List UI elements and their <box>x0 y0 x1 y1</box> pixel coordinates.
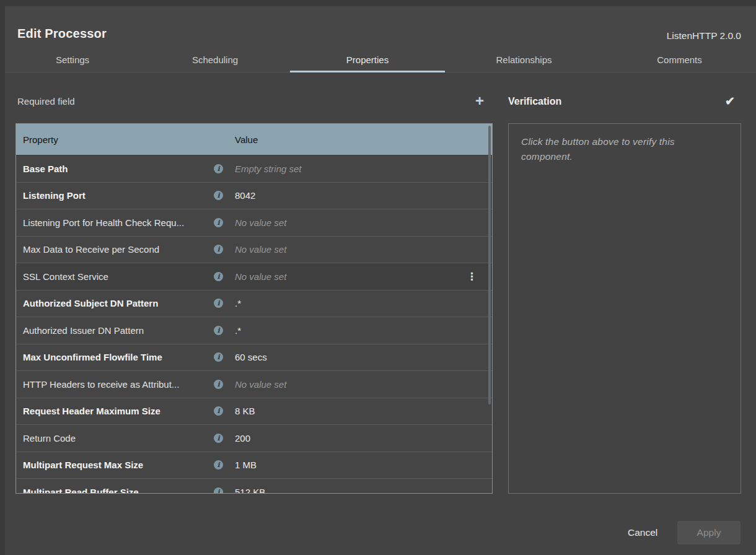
property-value[interactable]: .* <box>223 325 492 336</box>
check-icon: ✔ <box>725 95 735 107</box>
info-icon-glyph: i <box>214 380 223 389</box>
property-value[interactable]: 200 <box>223 433 492 444</box>
tab-relationships[interactable]: Relationships <box>445 46 603 72</box>
info-icon[interactable]: i <box>214 164 223 173</box>
info-icon-glyph: i <box>214 245 223 254</box>
properties-table-body: Base Path i Empty string set Listening P… <box>16 155 492 494</box>
property-value[interactable]: No value set <box>223 271 492 282</box>
column-header-value: Value <box>223 134 258 145</box>
property-value[interactable]: 512 KB <box>223 487 492 494</box>
info-icon[interactable]: i <box>214 487 223 494</box>
property-row: Base Path i Empty string set <box>16 155 492 182</box>
property-name: SSL Context Service <box>23 271 108 282</box>
property-row: Listening Port i 8042 <box>16 182 492 209</box>
info-icon-glyph: i <box>214 434 223 443</box>
info-icon-glyph: i <box>214 164 223 173</box>
tab-scheduling[interactable]: Scheduling <box>140 46 290 72</box>
plus-icon: + <box>475 94 484 108</box>
property-row: SSL Context Service i No value set ⋮ <box>16 263 492 290</box>
property-name: Max Unconfirmed Flowfile Time <box>23 352 162 362</box>
info-icon[interactable]: i <box>214 218 223 227</box>
property-value[interactable]: No value set <box>223 217 492 228</box>
property-value[interactable]: 8042 <box>223 190 492 201</box>
property-name: Request Header Maximum Size <box>23 406 160 416</box>
info-icon[interactable]: i <box>214 272 223 281</box>
property-name: Base Path <box>23 164 68 174</box>
property-name: Return Code <box>23 433 76 444</box>
info-icon[interactable]: i <box>214 460 223 470</box>
row-menu-kebab-icon[interactable]: ⋮ <box>467 271 477 282</box>
property-value[interactable]: Empty string set <box>223 164 492 174</box>
property-name: HTTP Headers to receive as Attribut... <box>23 379 179 390</box>
tab-properties[interactable]: Properties <box>290 46 445 72</box>
info-icon[interactable]: i <box>214 434 223 443</box>
add-property-button[interactable]: + <box>470 92 489 110</box>
property-name: Listening Port for Health Check Requ... <box>23 217 184 228</box>
property-name: Authorized Subject DN Pattern <box>23 298 158 308</box>
property-row: HTTP Headers to receive as Attribut... i… <box>16 370 492 398</box>
info-icon-glyph: i <box>214 218 223 227</box>
property-value[interactable]: 60 secs <box>223 352 492 362</box>
property-value[interactable]: No value set <box>223 244 492 255</box>
info-icon[interactable]: i <box>214 326 223 335</box>
info-icon[interactable]: i <box>214 406 223 416</box>
info-icon-glyph: i <box>214 487 223 494</box>
info-icon-glyph: i <box>214 299 223 308</box>
property-value[interactable]: .* <box>223 298 492 308</box>
apply-button[interactable]: Apply <box>677 521 741 544</box>
property-value[interactable]: 8 KB <box>223 406 492 416</box>
info-icon[interactable]: i <box>214 299 223 308</box>
property-row: Return Code i 200 <box>16 424 492 452</box>
info-icon-glyph: i <box>214 326 223 335</box>
property-row: Max Unconfirmed Flowfile Time i 60 secs <box>16 344 492 371</box>
property-name: Listening Port <box>23 190 86 201</box>
info-icon-glyph: i <box>214 191 223 200</box>
processor-type-label: ListenHTTP 2.0.0 <box>667 30 741 42</box>
dialog-header: Edit Processor ListenHTTP 2.0.0 Settings… <box>5 6 756 72</box>
verify-button[interactable]: ✔ <box>721 92 739 110</box>
tab-settings[interactable]: Settings <box>5 46 140 72</box>
tab-bar: Settings Scheduling Properties Relations… <box>5 46 756 72</box>
property-row: Listening Port for Health Check Requ... … <box>16 209 492 236</box>
properties-table: Property Value Base Path i Empty string … <box>15 123 493 494</box>
info-icon-glyph: i <box>214 272 223 281</box>
property-name: Multipart Request Max Size <box>23 460 143 470</box>
required-field-label: Required field <box>17 96 75 107</box>
property-value[interactable]: No value set <box>223 379 492 390</box>
verification-label: Verification <box>508 96 561 107</box>
property-row: Request Header Maximum Size i 8 KB <box>16 398 492 425</box>
property-row: Authorized Issuer DN Pattern i .* <box>16 317 492 344</box>
info-icon[interactable]: i <box>214 352 223 362</box>
property-name: Max Data to Receive per Second <box>23 244 159 255</box>
property-row: Multipart Request Max Size i 1 MB <box>16 452 492 479</box>
info-icon[interactable]: i <box>214 191 223 200</box>
verification-hint: Click the button above to verify this co… <box>521 134 728 164</box>
verification-panel: Click the button above to verify this co… <box>508 123 741 494</box>
info-icon-glyph: i <box>214 406 223 416</box>
property-name: Authorized Issuer DN Pattern <box>23 325 144 336</box>
property-row: Max Data to Receive per Second i No valu… <box>16 236 492 263</box>
property-row: Multipart Read Buffer Size i 512 KB <box>16 478 492 494</box>
column-header-property: Property <box>16 134 223 145</box>
info-icon[interactable]: i <box>214 245 223 254</box>
info-icon-glyph: i <box>214 460 223 470</box>
property-row: Authorized Subject DN Pattern i .* <box>16 290 492 317</box>
info-icon[interactable]: i <box>214 380 223 389</box>
tab-comments[interactable]: Comments <box>603 46 756 72</box>
property-value[interactable]: 1 MB <box>223 460 492 470</box>
dialog-title: Edit Processor <box>17 27 107 41</box>
cancel-button[interactable]: Cancel <box>623 521 662 544</box>
property-name: Multipart Read Buffer Size <box>23 487 139 494</box>
edit-processor-dialog: Edit Processor ListenHTTP 2.0.0 Settings… <box>5 6 756 555</box>
info-icon-glyph: i <box>214 352 223 362</box>
properties-table-header: Property Value <box>16 124 492 155</box>
table-scrollbar-thumb[interactable] <box>488 126 491 404</box>
